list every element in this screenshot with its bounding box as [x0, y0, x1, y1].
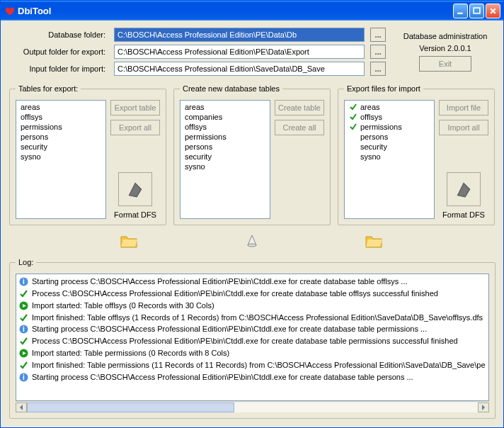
- svg-point-4: [248, 244, 256, 247]
- create-listbox[interactable]: areascompaniesofflsyspermissionspersonss…: [180, 100, 270, 219]
- outfolder-browse-button[interactable]: ...: [370, 45, 386, 59]
- list-item[interactable]: permissions: [345, 122, 434, 132]
- svg-text:i: i: [23, 373, 25, 381]
- list-item-label: areas: [360, 103, 380, 111]
- import-file-button[interactable]: Import file: [439, 100, 488, 116]
- window-title: DbiTool: [18, 6, 453, 16]
- list-item-label: sysno: [360, 152, 381, 161]
- format-dfs-export-label: Format DFS: [114, 210, 156, 219]
- list-item[interactable]: sysno: [345, 152, 434, 162]
- list-item[interactable]: sysno: [181, 162, 270, 171]
- log-row[interactable]: iStarting process C:\BOSCH\Access Profes…: [16, 276, 488, 288]
- scroll-track[interactable]: [27, 402, 478, 412]
- log-row[interactable]: Import finished: Table permissions (11 R…: [16, 359, 488, 371]
- export-panel: Tables for export: areasofflsyspermissio…: [9, 84, 166, 225]
- ok-icon: [19, 337, 29, 346]
- close-button[interactable]: [486, 4, 500, 18]
- format-dfs-export-button[interactable]: [118, 172, 152, 206]
- check-icon: [349, 103, 357, 111]
- log-text: Process C:\BOSCH\Access Professional Edi…: [32, 336, 486, 347]
- scroll-right-button[interactable]: [478, 402, 489, 412]
- list-item[interactable]: persons: [16, 132, 105, 142]
- log-text: Starting process C:\BOSCH\Access Profess…: [32, 372, 486, 383]
- create-legend: Create new database tables: [180, 84, 282, 93]
- create-panel: Create new database tables areascompanie…: [173, 84, 331, 225]
- import-all-button[interactable]: Import all: [439, 120, 488, 135]
- svg-marker-2: [129, 183, 141, 197]
- dbfolder-input[interactable]: [114, 28, 365, 42]
- list-item[interactable]: companies: [181, 112, 270, 122]
- list-item[interactable]: persons: [345, 132, 434, 142]
- list-item[interactable]: offlsys: [16, 112, 105, 122]
- export-all-button[interactable]: Export all: [110, 120, 160, 135]
- svg-marker-3: [457, 183, 469, 197]
- play-icon: [19, 349, 29, 358]
- list-item[interactable]: sysno: [16, 152, 105, 162]
- scroll-left-button[interactable]: [16, 402, 27, 412]
- log-row[interactable]: Import started: Table permissions (0 Rec…: [16, 347, 488, 359]
- folder-open-right-icon[interactable]: [365, 232, 384, 251]
- list-item[interactable]: areas: [16, 102, 105, 112]
- list-item-label: permissions: [360, 123, 402, 131]
- list-item-label: offlsys: [360, 113, 382, 121]
- info-icon: i: [19, 373, 29, 382]
- import-listbox[interactable]: areasofflsyspermissionspersonssecuritysy…: [344, 100, 435, 219]
- minimize-button[interactable]: [453, 4, 468, 18]
- svg-text:i: i: [23, 278, 25, 286]
- check-icon: [349, 113, 357, 121]
- info-icon: i: [19, 277, 29, 286]
- list-item[interactable]: offlsys: [345, 112, 434, 122]
- create-all-button[interactable]: Create all: [275, 120, 324, 135]
- create-table-button[interactable]: Create table: [275, 100, 324, 116]
- log-row[interactable]: iStarting process C:\BOSCH\Access Profes…: [16, 371, 488, 383]
- list-item-label: persons: [360, 133, 388, 141]
- svg-rect-0: [457, 12, 463, 13]
- titlebar[interactable]: DbiTool: [1, 1, 503, 21]
- log-row[interactable]: Import started: Table offlsys (0 Records…: [16, 300, 488, 312]
- dbfolder-browse-button[interactable]: ...: [370, 28, 386, 42]
- log-hscrollbar[interactable]: [16, 401, 489, 412]
- export-table-button[interactable]: Export table: [110, 100, 160, 116]
- infolder-input[interactable]: [114, 62, 365, 76]
- outfolder-input[interactable]: [114, 45, 365, 59]
- log-row[interactable]: Process C:\BOSCH\Access Professional Edi…: [16, 288, 488, 300]
- log-row[interactable]: Import finished: Table offlsys (1 Record…: [16, 312, 488, 324]
- list-item[interactable]: security: [16, 142, 105, 152]
- scroll-thumb[interactable]: [27, 402, 234, 412]
- dbfolder-label: Database folder:: [9, 30, 108, 39]
- info-icon: i: [19, 325, 29, 334]
- log-text: Starting process C:\BOSCH\Access Profess…: [32, 324, 486, 334]
- list-item[interactable]: areas: [345, 102, 434, 112]
- svg-text:i: i: [23, 325, 25, 333]
- list-item[interactable]: security: [345, 142, 434, 152]
- list-item[interactable]: persons: [181, 142, 270, 152]
- ok-icon: [19, 361, 29, 370]
- app-window: DbiTool Database folder: ... Database ad…: [0, 0, 504, 428]
- list-item[interactable]: security: [181, 152, 270, 162]
- log-legend: Log:: [16, 258, 36, 266]
- log-listbox[interactable]: iStarting process C:\BOSCH\Access Profes…: [16, 274, 489, 401]
- import-panel: Export files for import areasofflsysperm…: [338, 84, 495, 225]
- maximize-button[interactable]: [469, 4, 484, 18]
- folder-open-left-icon[interactable]: [120, 232, 139, 251]
- format-dfs-import-button[interactable]: [447, 172, 481, 206]
- app-icon: [4, 5, 15, 16]
- export-legend: Tables for export:: [16, 84, 81, 93]
- log-row[interactable]: Process C:\BOSCH\Access Professional Edi…: [16, 335, 488, 347]
- format-dfs-import-label: Format DFS: [442, 210, 485, 219]
- list-item[interactable]: offlsys: [181, 122, 270, 132]
- exit-button[interactable]: Exit: [419, 56, 471, 72]
- log-text: Starting process C:\BOSCH\Access Profess…: [32, 276, 486, 287]
- list-item[interactable]: permissions: [16, 122, 105, 132]
- outfolder-label: Output folder for export:: [9, 47, 108, 56]
- export-listbox[interactable]: areasofflsyspermissionspersonssecuritysy…: [16, 100, 106, 219]
- list-item[interactable]: areas: [181, 102, 270, 112]
- log-text: Import finished: Table offlsys (1 Record…: [32, 312, 486, 323]
- log-row[interactable]: iStarting process C:\BOSCH\Access Profes…: [16, 323, 488, 335]
- admin-version: Version 2.0.0.1: [419, 44, 471, 53]
- infolder-browse-button[interactable]: ...: [370, 62, 386, 76]
- import-legend: Export files for import: [344, 84, 423, 93]
- svg-rect-1: [474, 8, 480, 13]
- list-item[interactable]: permissions: [181, 132, 270, 142]
- log-text: Import started: Table permissions (0 Rec…: [32, 348, 486, 359]
